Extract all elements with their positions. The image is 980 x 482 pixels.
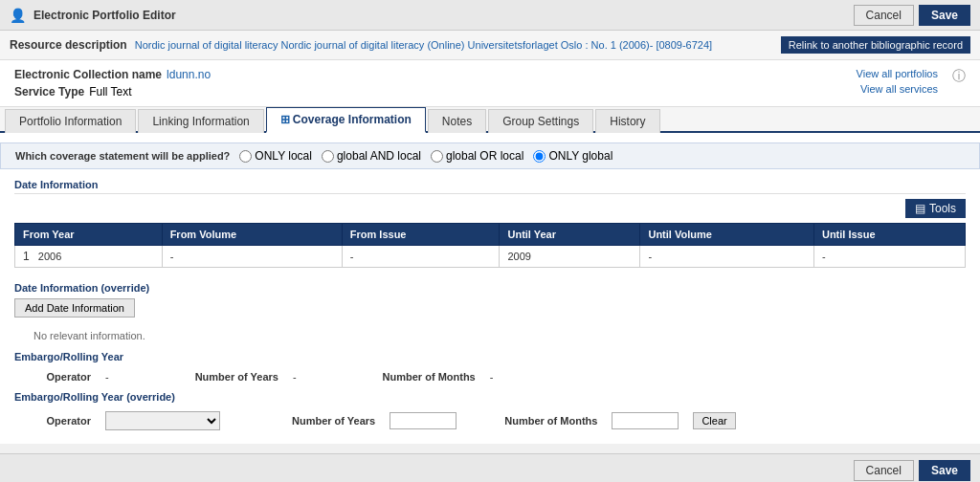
cell-from-issue: - — [342, 246, 500, 268]
collection-name-link[interactable]: ldunn.no — [167, 68, 211, 81]
tab-history[interactable]: History — [595, 109, 659, 133]
tab-portfolio-info-label: Portfolio Information — [19, 115, 122, 128]
coverage-radio-group: ONLY local global AND local global OR lo… — [239, 149, 612, 163]
footer-save-button[interactable]: Save — [919, 460, 970, 481]
radio-global-and-local-label: global AND local — [337, 149, 421, 163]
embargo-months-label: Number of Months — [383, 371, 476, 383]
service-type-label: Service Type — [14, 85, 84, 99]
cell-from-volume: - — [162, 246, 342, 268]
col-from-year: From Year — [15, 224, 163, 246]
info-left: Electronic Collection name ldunn.no Serv… — [14, 68, 211, 99]
coverage-question-label: Which coverage statement will be applied… — [15, 150, 230, 162]
embargo-override-title: Embargo/Rolling Year (override) — [14, 391, 966, 403]
embargo-section: Embargo/Rolling Year Operator - Number o… — [14, 351, 966, 386]
embargo-override-row: Operator Number of Years Number of Month… — [14, 407, 966, 434]
tools-label: Tools — [929, 202, 956, 215]
date-info-title: Date Information — [14, 179, 966, 194]
view-portfolios-link[interactable]: View all portfolios — [857, 68, 938, 79]
resource-label: Resource description — [10, 38, 127, 52]
cell-from-year: 1 2006 — [15, 246, 163, 268]
radio-global-and-local[interactable]: global AND local — [322, 149, 421, 163]
radio-only-local-input[interactable] — [239, 150, 252, 163]
info-icon: ⓘ — [952, 68, 966, 85]
radio-global-or-local-input[interactable] — [431, 150, 443, 163]
embargo-years-label: Number of Years — [195, 371, 278, 383]
col-until-volume: Until Volume — [640, 224, 814, 246]
radio-only-local-label: ONLY local — [255, 149, 312, 163]
embargo-override-operator-select[interactable] — [105, 411, 220, 430]
tab-group-settings-label: Group Settings — [502, 115, 579, 128]
tab-linking-info-label: Linking Information — [152, 115, 249, 128]
embargo-operator-value: - — [105, 371, 109, 383]
main-content: Which coverage statement will be applied… — [0, 133, 980, 444]
cell-until-issue: - — [813, 246, 965, 268]
no-relevant-info: No relevant information. — [33, 330, 966, 341]
embargo-months-value: - — [490, 371, 494, 383]
radio-only-local[interactable]: ONLY local — [239, 149, 312, 163]
row-num: 1 — [23, 250, 30, 263]
embargo-override-years-input[interactable] — [390, 412, 457, 429]
resource-link[interactable]: Nordic journal of digital literacy Nordi… — [135, 39, 712, 51]
footer-bar: Cancel Save — [0, 453, 980, 482]
info-section: Electronic Collection name ldunn.no Serv… — [0, 60, 980, 107]
col-from-volume: From Volume — [162, 224, 342, 246]
col-until-year: Until Year — [500, 224, 640, 246]
relink-button[interactable]: Relink to another bibliographic record — [781, 36, 970, 54]
tab-notes-label: Notes — [442, 115, 472, 128]
header-cancel-button[interactable]: Cancel — [854, 5, 914, 26]
tab-coverage-info[interactable]: ⊞Coverage Information — [266, 107, 426, 133]
footer-cancel-button[interactable]: Cancel — [854, 460, 914, 481]
tab-linking-info[interactable]: Linking Information — [138, 109, 263, 133]
embargo-clear-button[interactable]: Clear — [693, 412, 735, 429]
resource-bar: Resource description Nordic journal of d… — [0, 31, 980, 60]
radio-only-global-label: ONLY global — [548, 149, 612, 163]
person-icon: 👤 — [10, 8, 26, 23]
tools-icon: ▤ — [915, 202, 925, 215]
tabs-bar: Portfolio Information Linking Informatio… — [0, 107, 980, 133]
grid-icon: ⊞ — [280, 113, 290, 126]
cell-until-volume: - — [640, 246, 814, 268]
service-type-value: Full Text — [89, 85, 131, 99]
tab-portfolio-info[interactable]: Portfolio Information — [5, 109, 136, 133]
collection-name-row: Electronic Collection name ldunn.no — [14, 68, 211, 81]
header-save-button[interactable]: Save — [919, 5, 970, 26]
radio-only-global-input[interactable] — [533, 150, 546, 163]
radio-global-or-local[interactable]: global OR local — [431, 149, 523, 163]
tools-area: ▤ Tools — [14, 199, 966, 218]
embargo-title: Embargo/Rolling Year — [14, 351, 966, 362]
col-from-issue: From Issue — [342, 224, 500, 246]
embargo-override-years-label: Number of Years — [292, 415, 375, 427]
tab-coverage-info-label: Coverage Information — [293, 113, 412, 126]
embargo-years-value: - — [293, 371, 297, 383]
cell-until-year: 2009 — [500, 246, 640, 268]
app-title: Electronic Portfolio Editor — [33, 9, 176, 22]
header-actions: Cancel Save — [854, 5, 970, 26]
date-info-override-title: Date Information (override) — [14, 282, 966, 294]
coverage-question: Which coverage statement will be applied… — [0, 142, 980, 169]
tools-button[interactable]: ▤ Tools — [905, 199, 966, 218]
embargo-override-months-input[interactable] — [612, 412, 679, 429]
embargo-override-section: Embargo/Rolling Year (override) Operator… — [14, 391, 966, 434]
embargo-override-operator-label: Operator — [14, 415, 91, 427]
view-services-link[interactable]: View all services — [857, 83, 938, 95]
info-right: View all portfolios View all services — [857, 68, 938, 95]
service-type-row: Service Type Full Text — [14, 85, 211, 99]
radio-only-global[interactable]: ONLY global — [533, 149, 612, 163]
header-title: 👤 Electronic Portfolio Editor — [10, 8, 176, 23]
embargo-row: Operator - Number of Years - Number of M… — [14, 367, 966, 386]
embargo-operator-label: Operator — [14, 371, 91, 383]
radio-global-and-local-input[interactable] — [322, 150, 334, 163]
collection-name-label: Electronic Collection name — [14, 68, 162, 81]
col-until-issue: Until Issue — [813, 224, 965, 246]
tab-notes[interactable]: Notes — [428, 109, 486, 133]
radio-global-or-local-label: global OR local — [446, 149, 523, 163]
embargo-override-months-label: Number of Months — [504, 415, 597, 427]
date-info-table: From Year From Volume From Issue Until Y… — [14, 223, 966, 268]
add-date-info-button[interactable]: Add Date Information — [14, 298, 135, 318]
table-row: 1 2006 - - 2009 - - — [15, 246, 966, 268]
tab-history-label: History — [610, 115, 645, 128]
header-bar: 👤 Electronic Portfolio Editor Cancel Sav… — [0, 0, 980, 31]
tab-group-settings[interactable]: Group Settings — [488, 109, 593, 133]
